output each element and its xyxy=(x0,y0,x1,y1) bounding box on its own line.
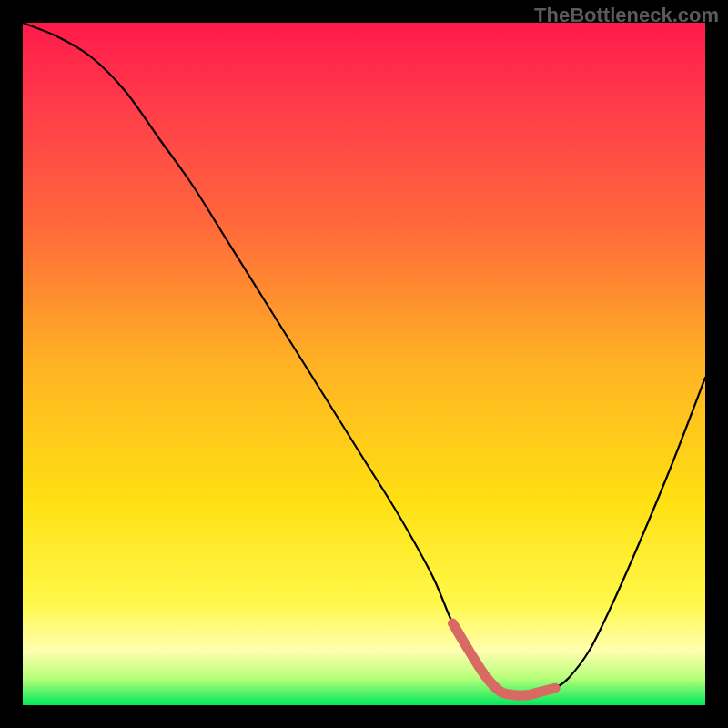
curve-path xyxy=(23,23,705,695)
bottleneck-curve xyxy=(23,23,705,705)
plot-area xyxy=(23,23,705,705)
watermark-text: TheBottleneck.com xyxy=(534,4,719,27)
chart-container: TheBottleneck.com xyxy=(0,0,728,728)
optimal-highlight xyxy=(453,623,556,695)
